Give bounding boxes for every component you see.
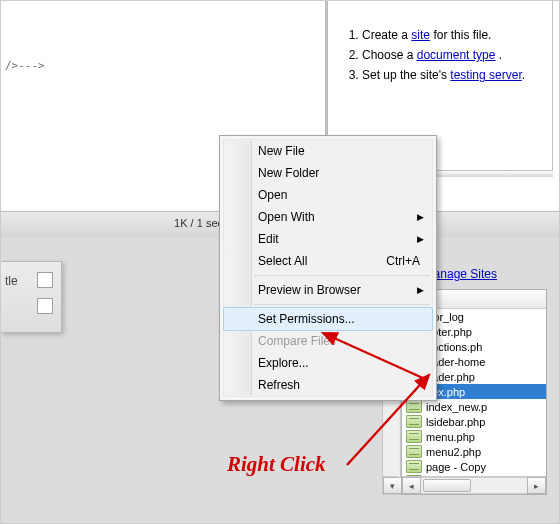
file-name: menu2.php <box>426 446 481 458</box>
code-snippet: />---> <box>1 1 325 72</box>
menu-item[interactable]: Open <box>224 184 432 206</box>
menu-item-label: Refresh <box>258 378 300 392</box>
file-row[interactable]: menu.php <box>402 429 546 444</box>
menu-item[interactable]: Explore... <box>224 352 432 374</box>
chevron-right-icon: ▸ <box>534 481 539 491</box>
menu-item[interactable]: Select AllCtrl+A <box>224 250 432 272</box>
submenu-arrow-icon: ▶ <box>417 234 424 244</box>
checkbox-1[interactable] <box>37 272 53 288</box>
menu-item[interactable]: New Folder <box>224 162 432 184</box>
menu-item: Compare Files <box>224 330 432 352</box>
menu-separator <box>254 304 430 305</box>
scroll-left-button[interactable]: ◂ <box>402 477 421 494</box>
menu-item-label: New Folder <box>258 166 319 180</box>
menu-item-label: Set Permissions... <box>258 312 355 326</box>
menu-item[interactable]: Set Permissions... <box>223 307 433 331</box>
file-icon <box>406 430 422 443</box>
submenu-arrow-icon: ▶ <box>417 285 424 295</box>
file-icon <box>406 460 422 473</box>
help-link[interactable]: document type <box>417 48 496 62</box>
menu-item[interactable]: Edit▶ <box>224 228 432 250</box>
scroll-right-button[interactable]: ▸ <box>527 477 546 494</box>
file-name: lsidebar.php <box>426 416 485 428</box>
file-row[interactable]: index_new.p <box>402 399 546 414</box>
scroll-track[interactable] <box>421 477 527 494</box>
menu-item[interactable]: New File <box>224 140 432 162</box>
help-steps-list: Create a site for this file.Choose a doc… <box>362 27 540 84</box>
menu-separator <box>254 275 430 276</box>
menu-item-label: Preview in Browser <box>258 283 361 297</box>
file-icon <box>406 415 422 428</box>
checkbox-2[interactable] <box>37 298 53 314</box>
file-row[interactable]: lsidebar.php <box>402 414 546 429</box>
menu-item-label: Open With <box>258 210 315 224</box>
submenu-arrow-icon: ▶ <box>417 212 424 222</box>
partial-panel-label: tle <box>5 274 18 288</box>
file-row[interactable]: menu2.php <box>402 444 546 459</box>
partial-panel: tle <box>1 261 62 333</box>
file-icon <box>406 445 422 458</box>
scroll-thumb[interactable] <box>423 479 471 492</box>
scroll-down-button[interactable]: ▾ <box>383 477 402 494</box>
file-name: index_new.p <box>426 401 487 413</box>
file-name: page - Copy <box>426 461 486 473</box>
help-link[interactable]: site <box>411 28 430 42</box>
menu-item[interactable]: Open With▶ <box>224 206 432 228</box>
help-step: Choose a document type . <box>362 47 540 63</box>
menu-item-label: Open <box>258 188 287 202</box>
menu-item-label: Explore... <box>258 356 309 370</box>
help-step: Create a site for this file. <box>362 27 540 43</box>
menu-item-label: Compare Files <box>258 334 336 348</box>
chevron-down-icon: ▾ <box>390 481 395 491</box>
help-link[interactable]: testing server <box>450 68 521 82</box>
menu-item-label: Edit <box>258 232 279 246</box>
menu-item-label: Select All <box>258 254 307 268</box>
chevron-left-icon: ◂ <box>409 481 414 491</box>
help-step: Set up the site's testing server. <box>362 67 540 83</box>
annotation-label: Right Click <box>227 452 326 477</box>
file-icon <box>406 400 422 413</box>
file-row[interactable]: page - Copy <box>402 459 546 474</box>
menu-item[interactable]: Preview in Browser▶ <box>224 279 432 301</box>
menu-shortcut: Ctrl+A <box>386 254 420 268</box>
horizontal-scrollbar[interactable]: ◂ ▸ <box>402 476 546 494</box>
menu-item-label: New File <box>258 144 305 158</box>
status-file-info: 1K / 1 sec <box>174 217 223 229</box>
menu-item[interactable]: Refresh <box>224 374 432 396</box>
file-name: menu.php <box>426 431 475 443</box>
context-menu[interactable]: New FileNew FolderOpenOpen With▶Edit▶Sel… <box>219 135 437 401</box>
